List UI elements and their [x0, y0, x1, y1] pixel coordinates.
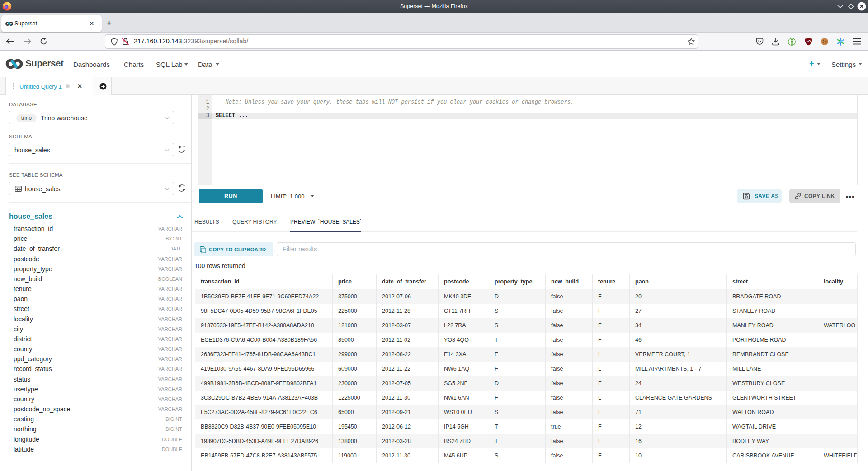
svg-text:uO: uO — [807, 40, 811, 43]
